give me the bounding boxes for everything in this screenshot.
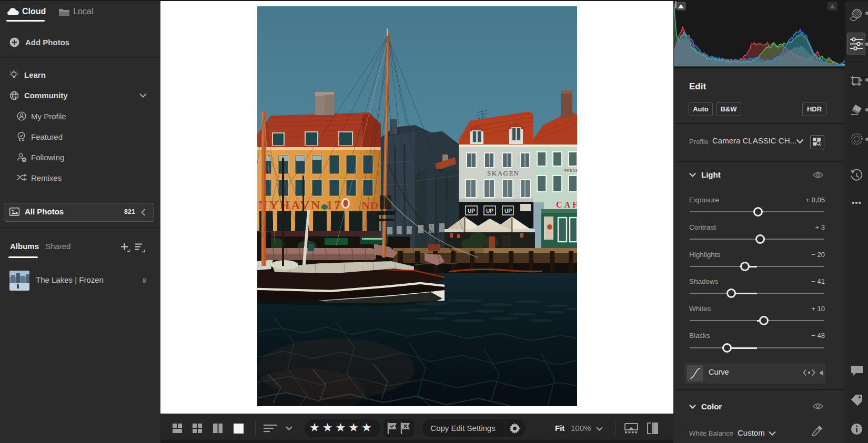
svg-text:UP: UP	[504, 208, 512, 214]
svg-text:ND: ND	[361, 199, 378, 212]
svg-text:CAF: CAF	[556, 200, 577, 209]
svg-text:UP: UP	[486, 208, 493, 214]
svg-text:FREDSFO: FREDSFO	[564, 169, 577, 172]
svg-text:SKAGEN: SKAGEN	[487, 169, 520, 177]
svg-text:UP: UP	[468, 208, 475, 214]
